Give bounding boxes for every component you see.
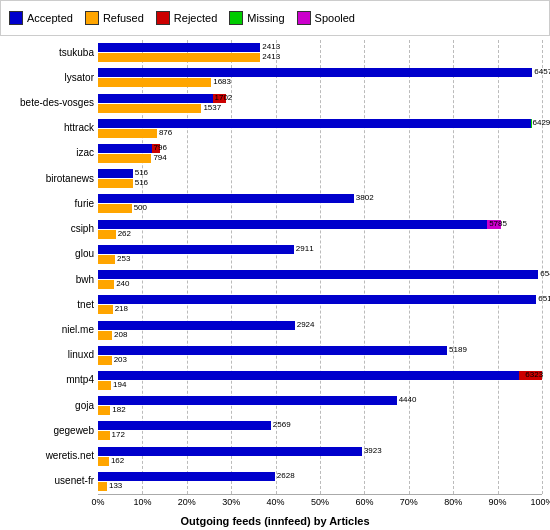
legend-missing: Missing bbox=[229, 11, 284, 25]
y-label-weretis.net: weretis.net bbox=[8, 450, 94, 462]
legend-refused: Refused bbox=[85, 11, 144, 25]
bar-row-usenet-fr: 2628133 bbox=[98, 469, 542, 494]
x-tick-80%: 80% bbox=[444, 497, 462, 507]
bar-row-httrack: 6429876 bbox=[98, 116, 542, 141]
legend-accepted: Accepted bbox=[9, 11, 73, 25]
y-label-niel.me: niel.me bbox=[8, 324, 94, 336]
bar-row-birotanews: 516516 bbox=[98, 166, 542, 191]
bar-row-weretis.net: 3923162 bbox=[98, 444, 542, 469]
legend-rejected: Rejected bbox=[156, 11, 217, 25]
y-label-lysator: lysator bbox=[8, 72, 94, 84]
x-tick-100%: 100% bbox=[530, 497, 550, 507]
bar-row-tnet: 6516218 bbox=[98, 292, 542, 317]
y-label-gegeweb: gegeweb bbox=[8, 425, 94, 437]
spooled-icon bbox=[297, 11, 311, 25]
y-label-httrack: httrack bbox=[8, 122, 94, 134]
y-label-bete-des-vosges: bete-des-vosges bbox=[8, 97, 94, 109]
x-tick-60%: 60% bbox=[355, 497, 373, 507]
bar-row-glou: 2911253 bbox=[98, 242, 542, 267]
bar-row-niel.me: 2924208 bbox=[98, 317, 542, 342]
bar-row-bete-des-vosges: 17021537 bbox=[98, 90, 542, 115]
y-label-birotanews: birotanews bbox=[8, 173, 94, 185]
refused-label: Refused bbox=[103, 12, 144, 24]
legend-spooled: Spooled bbox=[297, 11, 355, 25]
rejected-icon bbox=[156, 11, 170, 25]
refused-icon bbox=[85, 11, 99, 25]
y-label-goja: goja bbox=[8, 400, 94, 412]
accepted-icon bbox=[9, 11, 23, 25]
bar-row-goja: 4440182 bbox=[98, 393, 542, 418]
x-axis-title: Outgoing feeds (innfeed) by Articles bbox=[8, 512, 542, 530]
x-tick-0%: 0% bbox=[91, 497, 104, 507]
y-label-mntp4: mntp4 bbox=[8, 374, 94, 386]
x-tick-10%: 10% bbox=[133, 497, 151, 507]
missing-label: Missing bbox=[247, 12, 284, 24]
legend: Accepted Refused Rejected Missing Spoole… bbox=[0, 0, 550, 36]
x-tick-70%: 70% bbox=[400, 497, 418, 507]
bar-row-lysator: 64571683 bbox=[98, 65, 542, 90]
x-tick-90%: 90% bbox=[489, 497, 507, 507]
bar-row-linuxd: 5189203 bbox=[98, 343, 542, 368]
x-axis: 0%10%20%30%40%50%60%70%80%90%100% bbox=[98, 494, 542, 512]
y-label-bwh: bwh bbox=[8, 274, 94, 286]
spooled-label: Spooled bbox=[315, 12, 355, 24]
bar-row-csiph: 5785262 bbox=[98, 217, 542, 242]
x-tick-20%: 20% bbox=[178, 497, 196, 507]
x-tick-50%: 50% bbox=[311, 497, 329, 507]
missing-icon bbox=[229, 11, 243, 25]
y-label-tnet: tnet bbox=[8, 299, 94, 311]
bar-row-furie: 3802500 bbox=[98, 191, 542, 216]
x-tick-30%: 30% bbox=[222, 497, 240, 507]
y-label-linuxd: linuxd bbox=[8, 349, 94, 361]
y-label-tsukuba: tsukuba bbox=[8, 47, 94, 59]
y-label-csiph: csiph bbox=[8, 223, 94, 235]
bar-row-mntp4: 6323194 bbox=[98, 368, 542, 393]
accepted-label: Accepted bbox=[27, 12, 73, 24]
y-label-glou: glou bbox=[8, 248, 94, 260]
y-label-furie: furie bbox=[8, 198, 94, 210]
y-label-usenet-fr: usenet-fr bbox=[8, 475, 94, 487]
bar-row-gegeweb: 2569172 bbox=[98, 418, 542, 443]
bar-row-tsukuba: 24132413 bbox=[98, 40, 542, 65]
bar-row-bwh: 6546240 bbox=[98, 267, 542, 292]
x-tick-40%: 40% bbox=[267, 497, 285, 507]
bar-chart: 2413241364571683170215376429876796794516… bbox=[98, 40, 542, 494]
y-label-izac: izac bbox=[8, 147, 94, 159]
rejected-label: Rejected bbox=[174, 12, 217, 24]
y-axis-labels: tsukubalysatorbete-des-vosgeshttrackizac… bbox=[8, 40, 98, 494]
chart-container: Accepted Refused Rejected Missing Spoole… bbox=[0, 0, 550, 530]
bar-row-izac: 796794 bbox=[98, 141, 542, 166]
